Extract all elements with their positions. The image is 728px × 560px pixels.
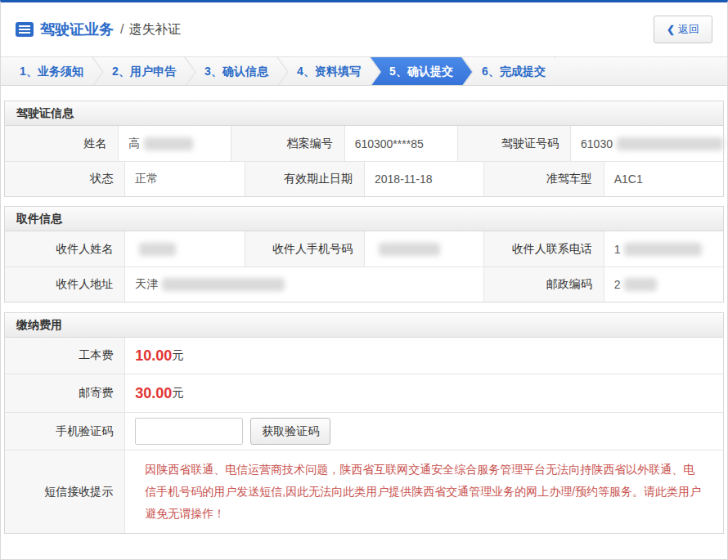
sms-code-input[interactable] xyxy=(135,418,243,445)
section-title: 驾驶证信息 xyxy=(5,101,723,126)
breadcrumb-current: 遗失补证 xyxy=(128,21,181,38)
footer-actions: 上一步 完成 xyxy=(1,534,727,560)
step-label: 4、资料填写 xyxy=(297,65,361,79)
step-bar-filler xyxy=(555,57,727,85)
value-text: 61030 xyxy=(581,137,613,150)
table-row: 邮寄费 30.00元 xyxy=(5,374,723,412)
redacted-value xyxy=(624,243,702,256)
section-pickup-info: 取件信息 收件人姓名 收件人手机号码 收件人联系电话 1 收件人地址 天津 邮政… xyxy=(4,206,724,302)
redacted-value xyxy=(379,243,440,256)
value-text: 610300****85 xyxy=(355,137,424,150)
field-label-file-number: 档案编号 xyxy=(231,126,344,161)
table-row: 短信接收提示 因陕西省联通、电信运营商技术问题，陕西省互联网交通安全综合服务管理… xyxy=(5,450,723,533)
field-label-sms-notice: 短信接收提示 xyxy=(5,450,124,533)
step-tab-5-active[interactable]: 5、确认提交 xyxy=(371,57,472,86)
table-row: 收件人姓名 收件人手机号码 收件人联系电话 1 xyxy=(5,231,723,267)
value-text: 高 xyxy=(128,137,140,151)
value-text: A1C1 xyxy=(614,172,643,186)
field-value-recipient-name xyxy=(124,231,244,267)
value-text: 2 xyxy=(614,278,621,291)
list-icon xyxy=(16,22,34,37)
redacted-value xyxy=(144,137,193,150)
redacted-value xyxy=(624,278,657,291)
redacted-value xyxy=(162,278,285,291)
field-label-recipient-phone: 收件人联系电话 xyxy=(483,231,603,267)
field-label-sms-code: 手机验证码 xyxy=(5,413,124,450)
back-button[interactable]: ❮ 返回 xyxy=(654,16,712,43)
step-wizard: 1、业务须知 2、用户申告 3、确认信息 4、资料填写 5、确认提交 6、完成提… xyxy=(1,56,727,86)
field-label-license-number: 驾驶证号码 xyxy=(457,126,570,161)
field-label-recipient-address: 收件人地址 xyxy=(5,267,124,302)
redacted-value xyxy=(617,137,723,150)
redacted-value xyxy=(139,243,176,256)
field-sms-notice: 因陕西省联通、电信运营商技术问题，陕西省互联网交通安全综合服务管理平台无法向持陕… xyxy=(124,450,723,533)
step-tab-4[interactable]: 4、资料填写 xyxy=(278,57,380,86)
field-value-file-number: 610300****85 xyxy=(344,126,457,161)
step-tab-6[interactable]: 6、完成提交 xyxy=(463,57,564,86)
table-row: 工本费 10.00元 xyxy=(5,338,723,374)
sms-notice-text: 因陕西省联通、电信运营商技术问题，陕西省互联网交通安全综合服务管理平台无法向持陕… xyxy=(135,450,723,533)
field-value-production-fee: 10.00元 xyxy=(124,338,723,374)
value-text: 正常 xyxy=(135,172,158,186)
field-value-postal-code: 2 xyxy=(604,267,723,302)
field-value-vehicle-class: A1C1 xyxy=(604,162,723,196)
field-value-license-number: 61030 xyxy=(570,126,723,161)
field-value-recipient-phone: 1 xyxy=(604,231,723,267)
section-title: 缴纳费用 xyxy=(5,313,723,338)
step-tab-3[interactable]: 3、确认信息 xyxy=(186,57,287,86)
page-title: 驾驶证业务 xyxy=(40,20,114,39)
table-row: 手机验证码 获取验证码 xyxy=(5,412,723,450)
table-row: 收件人地址 天津 邮政编码 2 xyxy=(5,267,723,302)
field-value-mailing-fee: 30.00元 xyxy=(124,374,723,412)
field-label-expiry-date: 有效期止日期 xyxy=(245,162,364,196)
field-label-vehicle-class: 准驾车型 xyxy=(483,162,603,196)
table-row: 姓名 高 档案编号 610300****85 驾驶证号码 61030 xyxy=(5,126,723,161)
value-text: 1 xyxy=(614,243,621,256)
step-tab-2[interactable]: 2、用户申告 xyxy=(93,57,195,86)
field-value-recipient-address: 天津 xyxy=(124,267,483,302)
field-label-postal-code: 邮政编码 xyxy=(483,267,603,302)
page-header: 驾驶证业务 / 遗失补证 ❮ 返回 xyxy=(1,2,727,56)
section-title: 取件信息 xyxy=(5,207,723,231)
fee-unit: 元 xyxy=(172,386,183,401)
field-label-production-fee: 工本费 xyxy=(5,338,124,374)
step-label: 2、用户申告 xyxy=(112,65,176,79)
section-license-info: 驾驶证信息 姓名 高 档案编号 610300****85 驾驶证号码 61030… xyxy=(4,101,724,197)
step-label: 1、业务须知 xyxy=(20,65,83,79)
step-label: 3、确认信息 xyxy=(204,65,268,79)
field-value-name: 高 xyxy=(118,126,231,161)
fee-unit: 元 xyxy=(172,348,183,363)
step-label: 6、完成提交 xyxy=(482,65,546,79)
field-label-mailing-fee: 邮寄费 xyxy=(5,374,124,412)
field-value-status: 正常 xyxy=(124,162,244,196)
step-tab-1[interactable]: 1、业务须知 xyxy=(1,57,102,86)
field-sms-code: 获取验证码 xyxy=(124,413,723,450)
step-label: 5、确认提交 xyxy=(389,65,453,79)
field-value-recipient-mobile xyxy=(364,231,483,267)
value-text: 2018-11-18 xyxy=(375,172,433,186)
fee-amount: 30.00 xyxy=(135,385,172,402)
breadcrumb-divider: / xyxy=(120,22,124,37)
table-row: 状态 正常 有效期止日期 2018-11-18 准驾车型 A1C1 xyxy=(5,161,723,196)
section-payment: 缴纳费用 工本费 10.00元 邮寄费 30.00元 手机验证码 获取验证码 短… xyxy=(4,312,724,534)
page-panel: 驾驶证业务 / 遗失补证 ❮ 返回 1、业务须知 2、用户申告 3、确认信息 4… xyxy=(0,0,728,560)
chevron-left-icon: ❮ xyxy=(667,24,675,35)
field-label-status: 状态 xyxy=(5,162,124,196)
field-label-recipient-mobile: 收件人手机号码 xyxy=(245,231,364,267)
fee-amount: 10.00 xyxy=(135,347,172,365)
get-sms-code-button[interactable]: 获取验证码 xyxy=(250,418,330,445)
field-label-recipient-name: 收件人姓名 xyxy=(5,231,124,267)
field-label-name: 姓名 xyxy=(5,126,118,161)
back-button-label: 返回 xyxy=(678,22,699,37)
field-value-expiry-date: 2018-11-18 xyxy=(364,162,483,196)
value-text: 天津 xyxy=(135,277,158,292)
